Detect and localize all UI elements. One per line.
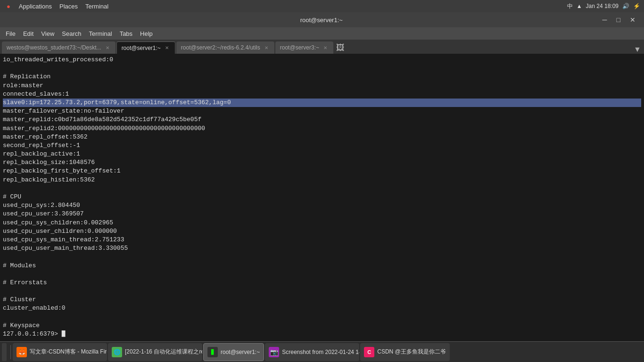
- input-indicator: 中: [567, 2, 573, 10]
- taskbar-csdn-label: CSDN @王多鱼我是你二爷: [377, 348, 446, 356]
- close-button[interactable]: ✕: [627, 15, 638, 25]
- network-icon: ▲: [577, 3, 582, 9]
- show-desktop-button[interactable]: [2, 343, 7, 361]
- power-icon: ⚡: [633, 3, 640, 9]
- tabs-scroll-button[interactable]: ▼: [633, 45, 642, 54]
- app-icon: ●: [4, 2, 13, 11]
- taskbar-separator: [10, 345, 11, 359]
- tab-3-close[interactable]: ✕: [263, 45, 270, 51]
- csdn-icon: C: [364, 347, 374, 357]
- tab-3[interactable]: root@server2:~/redis-6.2.4/utils ✕: [176, 41, 274, 54]
- taskbar-chrome-label: [2022-1-16 自动化运维课程之redis...: [125, 348, 202, 356]
- tab-4[interactable]: root@server3:~ ✕: [275, 41, 333, 54]
- taskbar-chrome[interactable]: 🌐 [2022-1-16 自动化运维课程之redis...: [108, 343, 202, 361]
- taskbar-screenshot-label: Screenshot from 2022-01-24 14-2...: [282, 349, 359, 355]
- menu-help[interactable]: Help: [136, 29, 157, 38]
- taskbar-firefox-label: 写文章-CSDN博客 - Mozilla Firefox: [30, 348, 107, 356]
- system-bar-left: ● Applications Places Terminal: [4, 2, 111, 11]
- tab-1-close[interactable]: ✕: [104, 45, 111, 51]
- menu-terminal[interactable]: Terminal: [85, 29, 116, 38]
- volume-icon: 🔊: [622, 3, 629, 9]
- tab-4-close[interactable]: ✕: [322, 45, 329, 51]
- terminal-window: root@server1:~ ─ □ ✕ File Edit View Sear…: [0, 12, 644, 341]
- tab-4-label: root@server3:~: [280, 44, 319, 51]
- title-bar-title: root@server1:~: [43, 16, 600, 24]
- minimize-button[interactable]: ─: [600, 15, 610, 25]
- maximize-button[interactable]: □: [614, 15, 623, 25]
- datetime: Jan 24 18:09: [586, 3, 619, 9]
- menu-places[interactable]: Places: [57, 2, 81, 11]
- new-tab-button[interactable]: 🖼: [334, 41, 347, 54]
- taskbar-screenshot[interactable]: 📷 Screenshot from 2022-01-24 14-2...: [265, 343, 359, 361]
- menu-bar: File Edit View Search Terminal Tabs Help: [0, 27, 644, 40]
- firefox-icon: 🦊: [17, 347, 27, 357]
- taskbar-terminal[interactable]: ▉ root@server1:~: [203, 343, 264, 361]
- tabs-bar: westos@westos_student73:~/Deskt... ✕ roo…: [0, 40, 644, 54]
- menu-tabs[interactable]: Tabs: [116, 29, 136, 38]
- taskbar-csdn[interactable]: C CSDN @王多鱼我是你二爷: [360, 343, 450, 361]
- terminal-icon: ▉: [207, 347, 218, 357]
- tab-2-label: root@server1:~: [122, 45, 161, 51]
- system-bar-right: 中 ▲ Jan 24 18:09 🔊 ⚡: [567, 2, 640, 10]
- tab-3-label: root@server2:~/redis-6.2.4/utils: [181, 44, 260, 51]
- title-bar: root@server1:~ ─ □ ✕: [0, 12, 644, 27]
- menu-terminal[interactable]: Terminal: [83, 2, 111, 11]
- chrome-icon: 🌐: [112, 347, 122, 357]
- tab-1-label: westos@westos_student73:~/Deskt...: [7, 44, 101, 51]
- menu-edit[interactable]: Edit: [19, 29, 37, 38]
- menu-view[interactable]: View: [37, 29, 58, 38]
- tab-2-close[interactable]: ✕: [164, 45, 170, 51]
- title-bar-controls: ─ □ ✕: [600, 15, 638, 25]
- menu-applications[interactable]: Applications: [16, 2, 55, 11]
- screenshot-icon: 📷: [269, 347, 279, 357]
- menu-file[interactable]: File: [2, 29, 19, 38]
- system-bar: ● Applications Places Terminal 中 ▲ Jan 2…: [0, 0, 644, 12]
- taskbar-terminal-label: root@server1:~: [221, 349, 260, 355]
- tab-1[interactable]: westos@westos_student73:~/Deskt... ✕: [2, 41, 116, 54]
- tab-2[interactable]: root@server1:~ ✕: [116, 41, 175, 54]
- taskbar-firefox[interactable]: 🦊 写文章-CSDN博客 - Mozilla Firefox: [13, 343, 107, 361]
- taskbar: 🦊 写文章-CSDN博客 - Mozilla Firefox 🌐 [2022-1…: [0, 341, 644, 362]
- menu-search[interactable]: Search: [58, 29, 85, 38]
- terminal-content[interactable]: io_threaded_writes_processed:0 # Replica…: [0, 54, 644, 341]
